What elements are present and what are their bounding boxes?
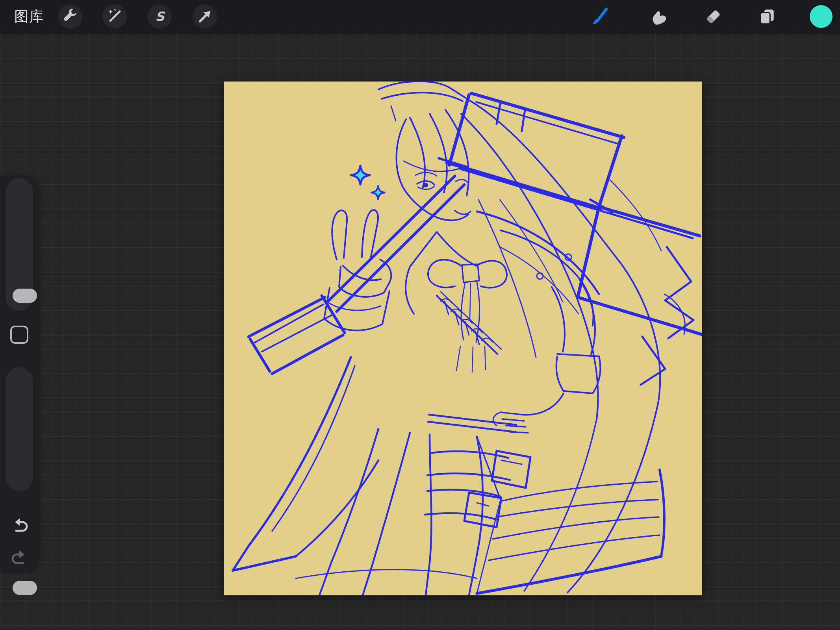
opacity-slider[interactable] — [6, 367, 33, 491]
brush-size-handle[interactable] — [13, 289, 37, 303]
redo-button[interactable] — [11, 548, 28, 565]
top-toolbar: 图库 S — [0, 0, 840, 33]
redo-icon — [11, 548, 28, 565]
adjustments-button[interactable] — [102, 4, 127, 29]
sketch-striped-flap — [477, 470, 664, 593]
workspace-background — [0, 33, 840, 630]
opacity-handle[interactable] — [13, 581, 37, 595]
selection-button[interactable]: S — [147, 4, 172, 29]
sketch-torso — [406, 211, 599, 372]
brush-tool-button[interactable] — [590, 7, 609, 26]
eraser-icon — [704, 7, 723, 26]
svg-text:S: S — [155, 9, 165, 24]
layers-icon — [758, 7, 777, 26]
color-swatch[interactable] — [810, 5, 833, 28]
eraser-tool-button[interactable] — [704, 7, 723, 26]
sketch-head-hair — [378, 82, 685, 593]
actions-button[interactable] — [58, 4, 82, 29]
sketch-right-arm — [493, 279, 600, 433]
magic-wand-icon — [106, 7, 124, 26]
modify-button[interactable] — [10, 326, 28, 344]
brush-size-slider[interactable] — [6, 178, 33, 311]
selection-s-icon: S — [150, 7, 169, 26]
sketch-hammer-handle — [248, 176, 464, 374]
undo-icon — [11, 516, 28, 533]
drawing-canvas[interactable] — [224, 82, 702, 595]
gallery-button[interactable]: 图库 — [14, 0, 44, 33]
brush-icon — [590, 7, 609, 26]
transform-arrow-icon — [196, 7, 214, 26]
smudge-icon — [649, 7, 668, 26]
sketch-sparkles — [351, 166, 385, 199]
sidebar-panel — [0, 176, 39, 571]
transform-button[interactable] — [193, 4, 217, 29]
undo-button[interactable] — [11, 516, 28, 533]
procreate-app: 图库 S — [0, 0, 840, 630]
layers-button[interactable] — [758, 7, 777, 26]
smudge-tool-button[interactable] — [649, 7, 668, 26]
wrench-icon — [61, 7, 79, 26]
canvas-artwork — [224, 82, 702, 595]
